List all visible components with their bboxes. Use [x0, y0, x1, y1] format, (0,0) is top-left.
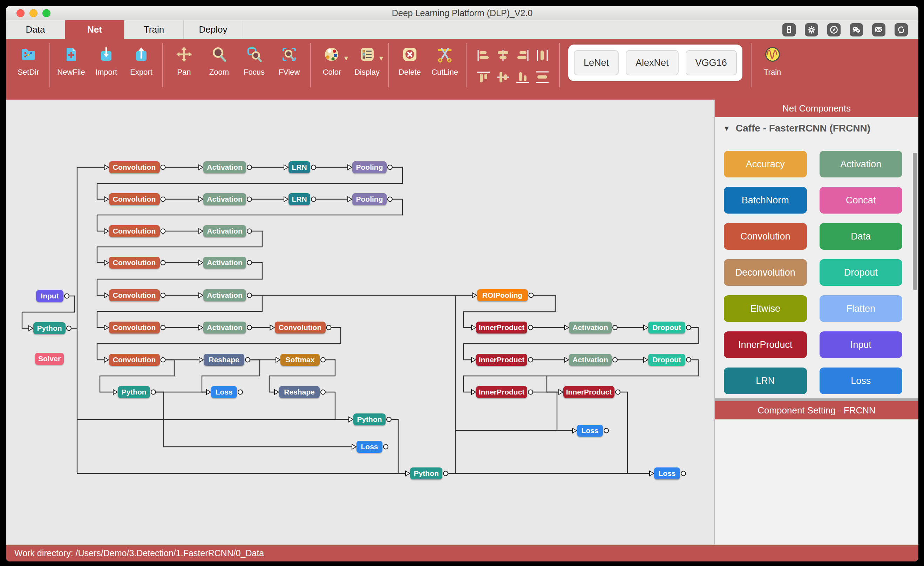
- node-solver[interactable]: Solver: [35, 353, 64, 365]
- output-port-icon[interactable]: [528, 358, 533, 362]
- input-port-icon[interactable]: [199, 357, 203, 362]
- node-act8[interactable]: Activation: [569, 354, 612, 366]
- node-conv6b[interactable]: Convolution: [275, 321, 326, 333]
- input-port-icon[interactable]: [352, 444, 356, 449]
- toolbar-color-button[interactable]: ▾Color: [316, 44, 348, 77]
- input-port-icon[interactable]: [276, 357, 280, 362]
- toolbar-fview-button[interactable]: FView: [273, 44, 305, 77]
- align-center-horizontal-button[interactable]: [493, 45, 513, 66]
- component-lrn-button[interactable]: LRN: [724, 368, 807, 394]
- input-port-icon[interactable]: [348, 165, 352, 170]
- input-port-icon[interactable]: [644, 357, 648, 362]
- node-loss-rpn-bbox[interactable]: Loss: [357, 441, 382, 453]
- maximize-button[interactable]: [42, 9, 51, 17]
- input-port-icon[interactable]: [105, 197, 109, 202]
- input-port-icon[interactable]: [471, 357, 476, 362]
- node-python-proposal[interactable]: Python: [353, 413, 386, 425]
- output-port-icon[interactable]: [613, 326, 617, 330]
- toolbar-setdir-button[interactable]: SetDir: [12, 44, 45, 77]
- input-port-icon[interactable]: [564, 325, 568, 330]
- node-loss-rpn-cls[interactable]: Loss: [211, 386, 237, 398]
- output-port-icon[interactable]: [528, 390, 533, 395]
- component-input-button[interactable]: Input: [819, 332, 903, 358]
- node-python-rpn[interactable]: Python: [118, 386, 150, 398]
- output-port-icon[interactable]: [321, 358, 325, 362]
- node-pool1[interactable]: Pooling: [352, 161, 387, 173]
- output-port-icon[interactable]: [311, 165, 316, 170]
- toolbar-import-button[interactable]: Import: [90, 44, 122, 77]
- align-right-button[interactable]: [513, 45, 532, 66]
- node-ip2[interactable]: InnerProduct: [476, 354, 527, 366]
- input-port-icon[interactable]: [274, 390, 279, 395]
- output-port-icon[interactable]: [311, 197, 316, 202]
- input-port-icon[interactable]: [348, 197, 352, 202]
- toolbar-delete-button[interactable]: Delete: [394, 44, 426, 77]
- node-reshape2[interactable]: Reshape: [279, 386, 320, 398]
- input-port-icon[interactable]: [559, 390, 563, 395]
- tab-data[interactable]: Data: [6, 20, 65, 39]
- input-port-icon[interactable]: [564, 357, 568, 362]
- output-port-icon[interactable]: [64, 294, 69, 299]
- toolbar-focus-button[interactable]: Focus: [238, 44, 270, 77]
- component-eltwise-button[interactable]: Eltwise: [724, 295, 807, 322]
- input-port-icon[interactable]: [199, 197, 203, 202]
- component-activation-button[interactable]: Activation: [819, 151, 903, 177]
- input-port-icon[interactable]: [105, 229, 109, 234]
- toolbar-pan-button[interactable]: Pan: [168, 44, 200, 77]
- node-conv7[interactable]: Convolution: [109, 354, 160, 366]
- toolbar-train-button[interactable]: Train: [756, 44, 789, 77]
- node-softmax[interactable]: Softmax: [280, 354, 320, 366]
- output-port-icon[interactable]: [528, 326, 533, 330]
- input-port-icon[interactable]: [29, 326, 33, 331]
- output-port-icon[interactable]: [247, 326, 252, 330]
- node-conv1[interactable]: Convolution: [109, 161, 160, 173]
- node-drop1[interactable]: Dropout: [648, 321, 685, 333]
- toolbar-cutline-button[interactable]: CutLine: [429, 44, 461, 77]
- sidebar-scrollbar[interactable]: [913, 153, 917, 290]
- component-batchnorm-button[interactable]: BatchNorm: [724, 187, 807, 213]
- node-ip3[interactable]: InnerProduct: [476, 386, 527, 398]
- component-innerproduct-button[interactable]: InnerProduct: [724, 332, 807, 358]
- toolbar-export-button[interactable]: Export: [125, 44, 158, 77]
- output-port-icon[interactable]: [686, 358, 691, 362]
- align-top-button[interactable]: [474, 66, 493, 88]
- node-act6[interactable]: Activation: [203, 321, 246, 333]
- component-concat-button[interactable]: Concat: [819, 187, 903, 213]
- tab-deploy[interactable]: Deploy: [184, 20, 243, 39]
- node-act7[interactable]: Activation: [569, 321, 612, 333]
- node-python-data[interactable]: Python: [33, 322, 66, 334]
- input-port-icon[interactable]: [199, 229, 203, 234]
- output-port-icon[interactable]: [238, 390, 243, 395]
- node-act5[interactable]: Activation: [203, 289, 246, 301]
- output-port-icon[interactable]: [247, 229, 252, 234]
- minimize-button[interactable]: [30, 9, 38, 17]
- output-port-icon[interactable]: [247, 261, 252, 265]
- input-port-icon[interactable]: [199, 325, 203, 330]
- input-port-icon[interactable]: [105, 165, 109, 170]
- output-port-icon[interactable]: [388, 165, 392, 170]
- node-act2[interactable]: Activation: [203, 193, 246, 205]
- node-drop2[interactable]: Dropout: [648, 354, 685, 366]
- toolbar-newfile-button[interactable]: NewFile: [55, 44, 87, 77]
- output-port-icon[interactable]: [161, 293, 165, 298]
- node-conv6[interactable]: Convolution: [109, 321, 160, 333]
- node-act4[interactable]: Activation: [203, 257, 246, 269]
- output-port-icon[interactable]: [327, 326, 331, 330]
- input-port-icon[interactable]: [472, 293, 477, 298]
- dropdown-caret-icon[interactable]: ▾: [344, 54, 348, 63]
- output-port-icon[interactable]: [161, 261, 165, 265]
- mail-icon[interactable]: [872, 23, 885, 36]
- input-port-icon[interactable]: [572, 428, 577, 433]
- input-port-icon[interactable]: [349, 417, 353, 422]
- component-accuracy-button[interactable]: Accuracy: [724, 151, 807, 177]
- input-port-icon[interactable]: [199, 293, 203, 298]
- node-roipooling[interactable]: ROIPooling: [477, 289, 528, 301]
- input-port-icon[interactable]: [471, 390, 476, 395]
- component-flatten-button[interactable]: Flatten: [819, 295, 903, 322]
- compass-icon[interactable]: [827, 23, 841, 36]
- output-port-icon[interactable]: [321, 390, 325, 395]
- output-port-icon[interactable]: [443, 471, 448, 476]
- input-port-icon[interactable]: [284, 197, 288, 202]
- input-port-icon[interactable]: [644, 325, 648, 330]
- component-group-toggle[interactable]: ▼ Caffe - FasterRCNN (FRCNN): [715, 117, 918, 140]
